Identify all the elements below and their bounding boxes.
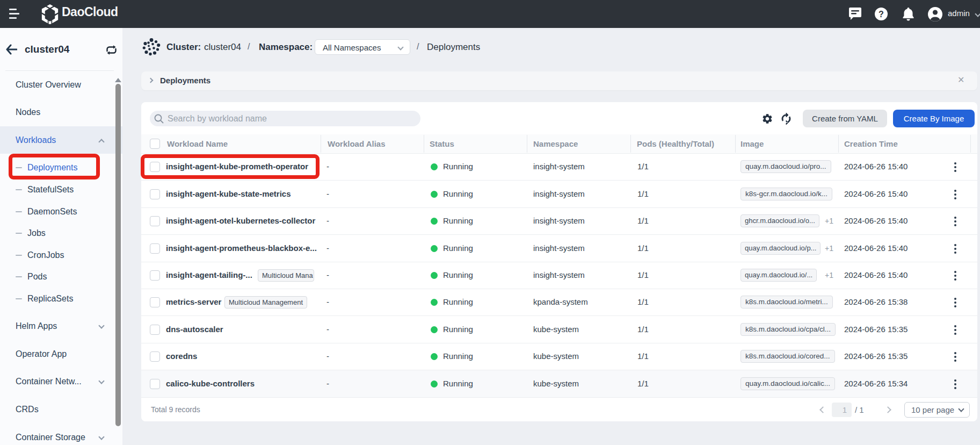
svg-text:?: ?: [879, 10, 884, 19]
